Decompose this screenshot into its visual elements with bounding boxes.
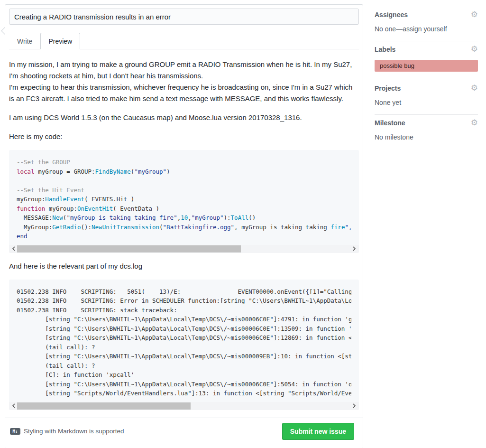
issue-body-paragraph-4: And here is the relevant part of my dcs.… <box>9 261 359 272</box>
scroll-left-arrow[interactable] <box>10 245 17 253</box>
scrollbar-track[interactable] <box>17 402 351 410</box>
sidebar-section-labels: Labels ⚙ possible bug <box>375 41 478 80</box>
labels-heading[interactable]: Labels <box>375 46 395 53</box>
assignees-value[interactable]: No one—assign yourself <box>375 25 478 33</box>
markdown-icon: M↓ <box>10 428 20 435</box>
projects-value: None yet <box>375 99 478 106</box>
paragraph-text: I'm expecting to hear this transmission,… <box>9 83 352 103</box>
preview-pane: In my mission, I am trying to make a gro… <box>9 49 359 410</box>
sidebar-section-assignees: Assignees ⚙ No one—assign yourself <box>375 7 478 41</box>
issue-sidebar: Assignees ⚙ No one—assign yourself Label… <box>375 7 478 141</box>
issue-body-paragraph-3: Here is my code: <box>9 131 359 142</box>
scrollbar-thumb[interactable] <box>17 402 191 410</box>
sidebar-section-projects: Projects ⚙ None yet <box>375 80 478 115</box>
gear-icon[interactable]: ⚙ <box>471 10 478 19</box>
sidebar-section-milestone: Milestone ⚙ No milestone <box>375 115 478 141</box>
dcs-log-block: 01502.238 INFO SCRIPTING: 5051( 13)/E: E… <box>9 280 359 410</box>
issue-title-input[interactable] <box>9 9 359 25</box>
lua-code-block: --Set the GROUPlocal myGroup = GROUP:Fin… <box>9 150 359 253</box>
scrollbar-thumb[interactable] <box>17 245 241 252</box>
log-lines: 01502.238 INFO SCRIPTING: 5051( 13)/E: E… <box>17 287 351 398</box>
new-issue-page: Write Preview In my mission, I am trying… <box>0 0 486 448</box>
scroll-right-arrow[interactable] <box>351 245 358 253</box>
milestone-value: No milestone <box>375 133 478 141</box>
submit-new-issue-button[interactable]: Submit new issue <box>282 423 354 440</box>
scrollbar-track[interactable] <box>17 245 351 252</box>
scroll-right-arrow[interactable] <box>351 402 358 410</box>
gear-icon[interactable]: ⚙ <box>471 45 478 53</box>
markdown-hint: M↓ Styling with Markdown is supported <box>10 428 124 435</box>
code-horizontal-scrollbar[interactable] <box>9 245 359 253</box>
issue-body-paragraph-2: I am using DCS World 1.5.3 (on the Cauca… <box>9 112 359 123</box>
paragraph-text: In my mission, I am trying to make a gro… <box>9 60 352 80</box>
milestone-heading[interactable]: Milestone <box>375 119 405 127</box>
scroll-left-arrow[interactable] <box>10 402 17 410</box>
tab-write[interactable]: Write <box>9 33 40 49</box>
log-horizontal-scrollbar[interactable] <box>9 402 359 410</box>
gear-icon[interactable]: ⚙ <box>471 84 478 92</box>
issue-body-paragraph-1: In my mission, I am trying to make a gro… <box>9 59 359 104</box>
projects-heading[interactable]: Projects <box>375 84 401 92</box>
gear-icon[interactable]: ⚙ <box>471 119 478 127</box>
label-possible-bug[interactable]: possible bug <box>375 60 478 72</box>
assignees-heading[interactable]: Assignees <box>375 11 408 19</box>
write-preview-tabnav: Write Preview <box>9 33 359 49</box>
tab-preview[interactable]: Preview <box>40 33 80 49</box>
lua-code-lines: --Set the GROUPlocal myGroup = GROUP:Fin… <box>17 158 351 241</box>
form-footer: M↓ Styling with Markdown is supported Su… <box>5 418 363 445</box>
new-issue-form: Write Preview In my mission, I am trying… <box>5 4 363 448</box>
markdown-hint-text: Styling with Markdown is supported <box>24 428 124 435</box>
